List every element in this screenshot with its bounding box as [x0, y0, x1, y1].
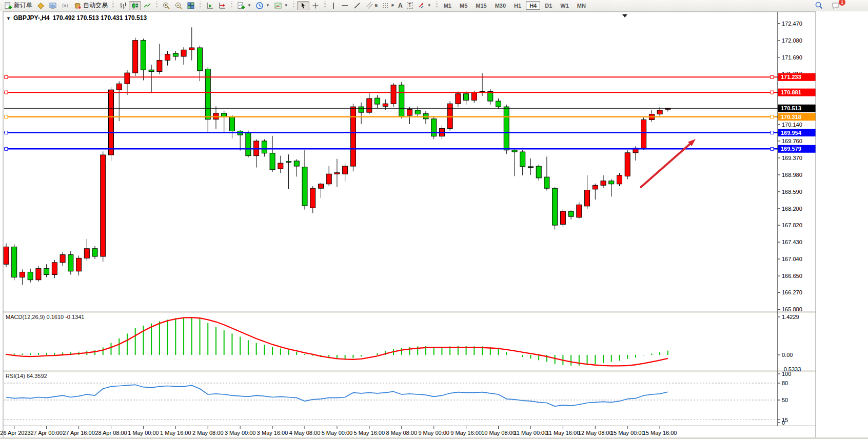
candle-body-up: [577, 205, 582, 217]
time-axis-label: 3 May 00:00: [225, 430, 256, 436]
indicators-icon: [237, 2, 245, 10]
price-axis-label: 167.040: [782, 256, 802, 262]
time-axis-label: 15 May 16:00: [643, 430, 677, 436]
crosshair-button[interactable]: [309, 1, 322, 10]
profiles-button[interactable]: [34, 1, 47, 10]
candle-body-down: [496, 101, 501, 107]
panel-splitter[interactable]: [3, 371, 816, 372]
timeframe-button-w1[interactable]: W1: [557, 1, 573, 10]
tile-windows-button[interactable]: [185, 1, 197, 10]
new-order-icon: [4, 2, 12, 10]
tile-windows-icon: [187, 2, 195, 10]
macd-signal-line: [6, 317, 668, 366]
candle-body-down: [92, 249, 97, 256]
hline-handle[interactable]: [5, 147, 8, 150]
auto-scroll-icon: [206, 2, 214, 10]
rsi-axis-label: 80: [782, 380, 788, 386]
toolbar-right-icons: 1: [813, 1, 866, 10]
candle-body-down: [431, 119, 437, 136]
arrows-button[interactable]: ▼: [415, 1, 433, 10]
chart-shift-marker[interactable]: [622, 14, 627, 17]
candlestick-chart-icon: [131, 2, 139, 10]
hline-handle[interactable]: [5, 91, 8, 94]
templates-button[interactable]: ▼: [272, 1, 290, 10]
timeframe-button-h1[interactable]: H1: [510, 1, 525, 10]
chart-shift-button[interactable]: [216, 1, 228, 10]
toolbar-grip: [200, 2, 201, 9]
candle-body-up: [334, 173, 340, 174]
search-button[interactable]: [813, 1, 825, 10]
candle-body-up: [157, 61, 162, 72]
price-tag-label: 169.954: [781, 130, 802, 136]
indicators-button[interactable]: ▼: [235, 1, 253, 10]
equidistant-channel-button[interactable]: E: [363, 1, 380, 10]
timeframe-button-mn[interactable]: MN: [574, 1, 589, 10]
profiles-icon: [36, 2, 45, 10]
timeframe-button-m30[interactable]: M30: [491, 1, 509, 10]
candlestick-chart-button[interactable]: [129, 1, 141, 10]
vertical-line-button[interactable]: [328, 1, 339, 10]
text-label-button[interactable]: T: [405, 1, 415, 10]
time-axis-label: 27 Apr 00:00: [30, 430, 62, 436]
chart-area[interactable]: 172.470172.080171.690171.310170.140169.7…: [0, 11, 868, 439]
hline-handle[interactable]: [771, 91, 774, 94]
hline-handle[interactable]: [5, 131, 8, 134]
candle-body-up: [383, 104, 388, 106]
candle-body-up: [52, 263, 57, 275]
timeframe-button-h4[interactable]: H4: [526, 1, 540, 10]
candle-body-up: [391, 85, 396, 104]
new-order-button[interactable]: 新订单: [2, 1, 34, 10]
zoom-out-button[interactable]: [172, 1, 185, 10]
time-axis-label: 10 May 08:00: [481, 430, 516, 436]
timeframe-button-m15[interactable]: M15: [472, 1, 490, 10]
text-button[interactable]: A: [396, 1, 405, 10]
candle-body-up: [101, 155, 106, 256]
price-axis-label: 166.270: [782, 289, 802, 295]
hline-handle[interactable]: [771, 147, 774, 150]
one-click-collapse-icon[interactable]: ▼: [6, 16, 11, 21]
candle-body-up: [407, 109, 412, 115]
candle-body-up: [560, 211, 565, 224]
candle-body-down: [399, 85, 404, 117]
candle-body-down: [553, 188, 558, 225]
timeframe-button-m5[interactable]: M5: [456, 1, 471, 10]
price-axis-label: 168.980: [782, 172, 802, 178]
candle-body-up: [19, 272, 25, 277]
toolbar-grip: [293, 2, 294, 9]
candle-body-down: [68, 255, 73, 271]
candle-body-down: [544, 177, 549, 188]
hline-handle[interactable]: [5, 115, 8, 118]
timeframe-toolbar: M1M5M15M30H1H4D1W1MN: [440, 1, 589, 10]
hline-handle[interactable]: [771, 75, 774, 78]
cursor-button[interactable]: [297, 1, 309, 10]
price-axis-label: 167.820: [782, 222, 802, 228]
zoom-in-button[interactable]: [160, 1, 172, 10]
price-axis-label: 165.880: [782, 306, 802, 312]
signals-button[interactable]: [59, 1, 71, 10]
market-watch-button[interactable]: [47, 1, 59, 10]
hline-handle[interactable]: [771, 115, 774, 118]
candle-body-up: [181, 50, 186, 56]
line-chart-button[interactable]: [141, 1, 153, 10]
timeframe-button-m1[interactable]: M1: [440, 1, 455, 10]
panel-splitter[interactable]: [3, 312, 816, 313]
candle-body-down: [568, 211, 574, 216]
fibonacci-button[interactable]: F: [380, 1, 396, 10]
candle-body-down: [270, 153, 275, 170]
candle-body-up: [318, 184, 323, 188]
auto-trading-button[interactable]: 自动交易: [71, 1, 110, 10]
periods-button[interactable]: ▼: [253, 1, 272, 10]
candle-body-up: [116, 84, 122, 90]
timeframe-button-d1[interactable]: D1: [541, 1, 556, 10]
hline-handle[interactable]: [771, 131, 774, 134]
trendline-button[interactable]: [351, 1, 363, 10]
candle-body-up: [76, 258, 82, 271]
bar-chart-button[interactable]: [116, 1, 129, 10]
candle-body-up: [60, 255, 65, 263]
arrows-caret-icon: ▼: [427, 3, 431, 8]
notifications-button[interactable]: 1: [830, 1, 842, 10]
horizontal-line-button[interactable]: [339, 1, 351, 10]
line-chart-icon: [143, 2, 151, 10]
auto-scroll-button[interactable]: [204, 1, 216, 10]
hline-handle[interactable]: [5, 75, 8, 78]
